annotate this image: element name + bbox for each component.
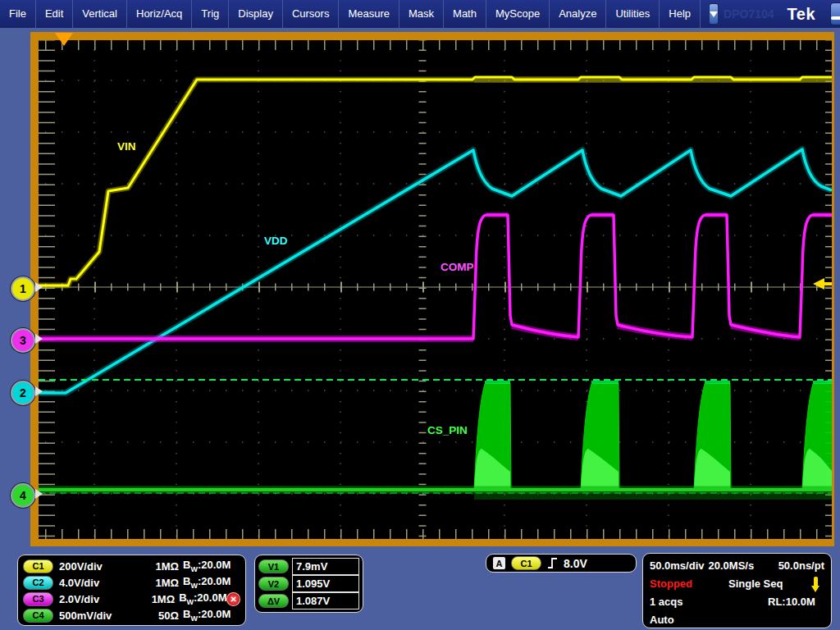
acq-count: 1 acqs	[650, 593, 682, 611]
c4-impedance: 50Ω	[138, 609, 179, 622]
trigger-panel: A C1 8.0V	[486, 554, 637, 573]
c2-scale: 4.0V/div	[59, 577, 138, 589]
c3-bandwidth: BW:20.0M	[179, 591, 226, 606]
menu-analyze[interactable]: Analyze	[550, 0, 606, 28]
channel-settings-panel: C1 200V/div 1MΩ BW:20.0M C2 4.0V/div 1MΩ…	[17, 555, 246, 626]
c1-channel-button[interactable]: C1	[23, 559, 53, 573]
channel-2-marker[interactable]: 2	[11, 381, 35, 405]
c3-channel-button[interactable]: C3	[23, 592, 53, 606]
trace-c2-vdd	[39, 149, 832, 393]
c1-impedance: 1MΩ	[138, 560, 179, 573]
channel-row-c3: C3 2.0V/div 1MΩ BW:20.0M ✕	[23, 591, 240, 607]
minimize-icon	[831, 16, 840, 20]
menu-myscope[interactable]: MyScope	[486, 0, 550, 28]
trace-c1-vin	[39, 77, 832, 285]
trigger-bus-badge[interactable]: A	[493, 557, 505, 569]
c3-scale: 2.0V/div	[59, 593, 135, 605]
acq-mode: Single Seq	[728, 575, 783, 593]
c4-scale: 500mV/div	[59, 609, 138, 622]
v1-button[interactable]: V1	[258, 559, 289, 573]
sample-rate: 20.0MS/s	[709, 557, 755, 575]
channel-3-arrow-icon	[35, 334, 43, 344]
chevron-down-icon	[710, 11, 718, 17]
menu-file[interactable]: File	[0, 0, 36, 28]
label-vdd: VDD	[264, 235, 288, 247]
menu-help[interactable]: Help	[660, 0, 701, 28]
menu-display[interactable]: Display	[229, 0, 283, 28]
v2-value[interactable]: 1.095V	[292, 575, 359, 592]
menu-bar: File Edit Vertical Horiz/Acq Trig Displa…	[0, 0, 840, 28]
c2-channel-button[interactable]: C2	[23, 576, 53, 590]
tek-logo: Tek	[788, 0, 815, 28]
trigger-position-marker[interactable]	[55, 33, 73, 46]
timebase[interactable]: 50.0ms/div	[650, 557, 705, 575]
c4-channel-button[interactable]: C4	[23, 609, 53, 623]
v1-value[interactable]: 7.9mV	[292, 558, 359, 575]
record-length: RL:10.0M	[768, 593, 815, 611]
oscilloscope-app: File Edit Vertical Horiz/Acq Trig Displa…	[0, 0, 840, 630]
channel-2-arrow-icon	[35, 386, 43, 396]
menu-utilities[interactable]: Utilities	[606, 0, 660, 28]
c2-bandwidth: BW:20.0M	[183, 575, 240, 590]
channel-row-c2: C2 4.0V/div 1MΩ BW:20.0M	[23, 574, 240, 591]
channel-1-marker[interactable]: 1	[11, 276, 35, 301]
trace-c4-cspin	[39, 382, 832, 500]
channel-3-marker[interactable]: 3	[11, 328, 35, 353]
delta-v-button[interactable]: ΔV	[258, 594, 289, 608]
menu-trig[interactable]: Trig	[192, 0, 229, 28]
menu-math[interactable]: Math	[444, 0, 486, 28]
channel-4-arrow-icon	[35, 489, 43, 499]
waveform-display[interactable]: VIN VDD COMP CS_PIN	[39, 40, 832, 539]
label-cs-pin: CS_PIN	[427, 424, 468, 436]
waveform-svg: VIN VDD COMP CS_PIN	[39, 40, 832, 539]
c4-bandwidth: BW:20.0M	[183, 608, 240, 623]
channel-row-c4: C4 500mV/div 50Ω BW:20.0M	[23, 607, 240, 623]
cursor-v1-row: V1 7.9mV	[258, 558, 359, 575]
horizontal-panel: 50.0ms/div 20.0MS/s 50.0ns/pt Stopped Si…	[642, 553, 832, 628]
menu-dropdown-button[interactable]	[709, 3, 719, 25]
model-label: DPO7104	[724, 0, 774, 28]
delta-v-value[interactable]: 1.087V	[292, 592, 359, 609]
temperature-icon	[811, 577, 819, 593]
trigger-mode[interactable]: Auto	[650, 611, 674, 629]
horizontal-row-1: 50.0ms/div 20.0MS/s 50.0ns/pt	[650, 557, 824, 575]
c1-scale: 200V/div	[59, 560, 138, 573]
menu-cursors[interactable]: Cursors	[283, 0, 340, 28]
label-comp: COMP	[441, 261, 474, 273]
horizontal-row-2: Stopped Single Seq	[650, 575, 824, 593]
menu-vertical[interactable]: Vertical	[73, 0, 127, 28]
dismiss-icon[interactable]: ✕	[226, 592, 240, 606]
rising-edge-icon	[547, 557, 558, 570]
c2-impedance: 1MΩ	[138, 577, 179, 589]
minimize-button[interactable]	[830, 2, 840, 25]
c3-impedance: 1MΩ	[135, 593, 175, 605]
cursor-dv-row: ΔV 1.087V	[258, 592, 359, 609]
channel-4-marker[interactable]: 4	[11, 483, 35, 508]
channel-row-c1: C1 200V/div 1MΩ BW:20.0M	[23, 558, 240, 574]
horizontal-row-3: 1 acqs RL:10.0M	[650, 593, 824, 611]
resolution: 50.0ns/pt	[778, 557, 824, 575]
horizontal-row-4: Auto	[650, 611, 824, 629]
label-vin: VIN	[117, 140, 136, 153]
cursor-readout-panel: V1 7.9mV V2 1.095V ΔV 1.087V	[254, 555, 363, 613]
c1-bandwidth: BW:20.0M	[183, 559, 240, 573]
channel-1-arrow-icon	[35, 282, 43, 292]
trigger-level[interactable]: 8.0V	[564, 557, 587, 570]
menu-measure[interactable]: Measure	[339, 0, 399, 28]
trace-c3-comp	[39, 215, 832, 339]
menu-edit[interactable]: Edit	[36, 0, 73, 28]
v2-button[interactable]: V2	[258, 577, 289, 591]
acq-status: Stopped	[650, 575, 692, 593]
menu-mask[interactable]: Mask	[399, 0, 444, 28]
menu-horiz-acq[interactable]: Horiz/Acq	[127, 0, 192, 28]
cursor-v2-row: V2 1.095V	[258, 575, 359, 592]
trigger-source-button[interactable]: C1	[511, 556, 541, 570]
